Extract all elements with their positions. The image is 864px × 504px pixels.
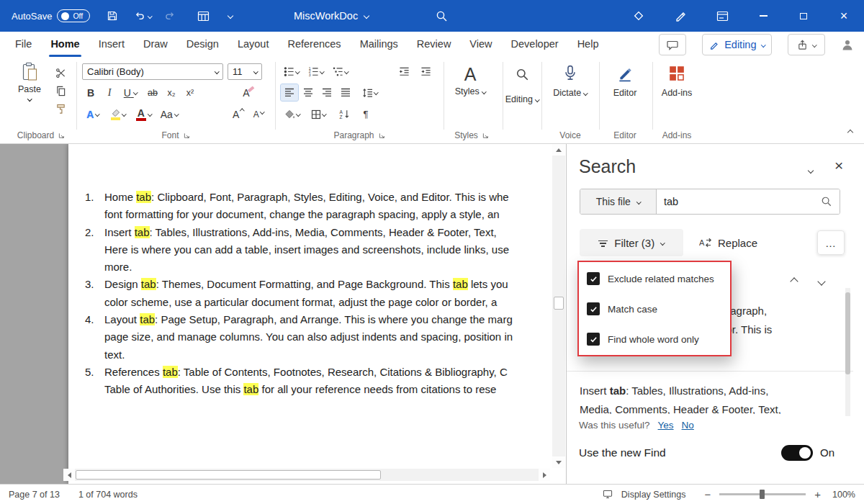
chevron-down-icon[interactable] bbox=[374, 90, 378, 94]
next-result-button[interactable] bbox=[811, 272, 832, 291]
font-size-select[interactable]: 11 bbox=[228, 63, 262, 80]
shrink-font-button[interactable]: A bbox=[249, 106, 268, 122]
text-effects-button[interactable]: A bbox=[82, 106, 104, 122]
paste-button[interactable]: Paste bbox=[12, 62, 48, 101]
search-input[interactable] bbox=[664, 196, 816, 207]
decrease-indent-button[interactable] bbox=[395, 63, 413, 80]
document-title[interactable]: MiscWorkDoc bbox=[294, 0, 369, 32]
borders-button[interactable] bbox=[307, 106, 330, 122]
chevron-down-icon[interactable] bbox=[133, 90, 138, 94]
show-formatting-button[interactable]: ¶ bbox=[357, 106, 374, 122]
filter-option-match-case[interactable]: Match case bbox=[587, 294, 730, 324]
autosave-toggle[interactable]: Off bbox=[57, 9, 90, 22]
superscript-button[interactable]: x² bbox=[181, 84, 199, 101]
format-painter-button[interactable] bbox=[52, 101, 69, 117]
scroll-up-button[interactable] bbox=[552, 144, 565, 156]
zoom-slider[interactable] bbox=[719, 493, 806, 495]
close-button[interactable]: × bbox=[824, 0, 864, 32]
checkbox-checked-icon[interactable] bbox=[587, 302, 600, 315]
feedback-no-link[interactable]: No bbox=[682, 420, 694, 431]
tab-view[interactable]: View bbox=[460, 32, 501, 58]
title-dropdown-icon[interactable] bbox=[364, 13, 369, 19]
dialog-launcher-icon[interactable] bbox=[184, 132, 190, 139]
table-button[interactable] bbox=[192, 5, 214, 27]
dialog-launcher-icon[interactable] bbox=[379, 132, 385, 139]
tab-home[interactable]: Home bbox=[41, 32, 89, 58]
sort-button[interactable]: A Z bbox=[334, 106, 354, 122]
bold-button[interactable]: B bbox=[82, 84, 99, 101]
chevron-down-icon[interactable] bbox=[535, 97, 539, 102]
search-scope-select[interactable]: This file bbox=[580, 189, 657, 214]
dialog-launcher-icon[interactable] bbox=[58, 132, 65, 139]
highlight-button[interactable] bbox=[107, 106, 130, 122]
strikethrough-button[interactable]: ab bbox=[144, 84, 161, 101]
feedback-yes-link[interactable]: Yes bbox=[658, 420, 674, 431]
scroll-right-button[interactable] bbox=[539, 469, 550, 481]
grow-font-button[interactable]: A bbox=[229, 106, 248, 122]
editor-button[interactable]: Editor bbox=[605, 65, 645, 98]
tab-references[interactable]: References bbox=[278, 32, 350, 58]
styles-button[interactable]: A Styles bbox=[448, 65, 492, 96]
chevron-down-icon[interactable] bbox=[122, 112, 126, 116]
zoom-slider-thumb[interactable] bbox=[760, 490, 765, 499]
document-page[interactable]: 1.Home tab: Clipboard, Font, Paragraph, … bbox=[68, 144, 566, 484]
dictate-button[interactable]: Dictate bbox=[550, 65, 590, 98]
customize-qat-button[interactable] bbox=[220, 5, 241, 27]
align-right-button[interactable] bbox=[318, 84, 336, 101]
chevron-down-icon[interactable] bbox=[295, 69, 300, 73]
designer-button[interactable] bbox=[618, 0, 660, 32]
zoom-level[interactable]: 100% bbox=[829, 490, 855, 500]
bullets-button[interactable] bbox=[281, 63, 302, 80]
filter-button[interactable]: Filter (3) bbox=[580, 229, 683, 256]
save-button[interactable] bbox=[102, 5, 123, 27]
increase-indent-button[interactable] bbox=[416, 63, 435, 80]
font-color-button[interactable]: A bbox=[132, 106, 154, 122]
vertical-scroll-thumb[interactable] bbox=[554, 297, 564, 310]
chevron-down-icon[interactable] bbox=[322, 112, 326, 116]
chevron-down-icon[interactable] bbox=[148, 112, 152, 116]
chevron-down-icon[interactable] bbox=[95, 112, 99, 116]
autosave-control[interactable]: AutoSave Off bbox=[12, 9, 90, 22]
line-spacing-button[interactable] bbox=[359, 84, 382, 101]
scroll-left-button[interactable] bbox=[63, 469, 75, 481]
tab-draw[interactable]: Draw bbox=[134, 32, 177, 58]
align-left-button[interactable] bbox=[281, 84, 298, 101]
redo-button[interactable] bbox=[159, 5, 181, 27]
tab-layout[interactable]: Layout bbox=[228, 32, 279, 58]
tab-file[interactable]: File bbox=[6, 32, 41, 58]
undo-button[interactable] bbox=[129, 5, 156, 27]
filter-option-exclude-related-matches[interactable]: Exclude related matches bbox=[587, 264, 730, 294]
numbering-button[interactable]: 1 2 3 bbox=[305, 63, 327, 80]
tab-mailings[interactable]: Mailings bbox=[351, 32, 408, 58]
share-button[interactable] bbox=[788, 34, 825, 55]
search-button[interactable] bbox=[431, 5, 452, 27]
horizontal-scrollbar[interactable] bbox=[63, 469, 550, 481]
chevron-down-icon[interactable] bbox=[482, 89, 486, 94]
minimize-button[interactable] bbox=[743, 0, 783, 32]
new-find-toggle[interactable] bbox=[781, 445, 813, 461]
draw-button[interactable] bbox=[660, 0, 701, 32]
italic-button[interactable]: I bbox=[101, 84, 118, 101]
search-result[interactable]: Insert tab: Tables, Illustrations, Add-i… bbox=[567, 372, 853, 414]
zoom-in-button[interactable]: + bbox=[814, 488, 821, 500]
clear-formatting-button[interactable]: A bbox=[238, 84, 255, 101]
tab-help[interactable]: Help bbox=[568, 32, 608, 58]
filter-option-find-whole-word-only[interactable]: Find whole word only bbox=[587, 324, 730, 354]
scroll-down-button[interactable] bbox=[552, 456, 565, 468]
tab-insert[interactable]: Insert bbox=[89, 32, 134, 58]
horizontal-scroll-thumb[interactable] bbox=[76, 470, 381, 480]
replace-button[interactable]: A Replace bbox=[692, 229, 765, 256]
change-case-button[interactable]: Aa bbox=[157, 106, 181, 122]
chevron-down-icon[interactable] bbox=[583, 91, 588, 95]
checkbox-checked-icon[interactable] bbox=[587, 333, 600, 346]
dialog-launcher-icon[interactable] bbox=[482, 132, 489, 139]
chevron-down-icon[interactable] bbox=[174, 112, 179, 116]
comments-button[interactable] bbox=[659, 34, 686, 55]
zoom-out-button[interactable]: − bbox=[704, 488, 711, 500]
addins-button[interactable]: Add-ins bbox=[657, 65, 697, 98]
checkbox-checked-icon[interactable] bbox=[587, 272, 600, 285]
pane-collapse-button[interactable] bbox=[809, 163, 813, 176]
ribbon-display-options-button[interactable] bbox=[701, 0, 743, 32]
tab-design[interactable]: Design bbox=[177, 32, 228, 58]
previous-result-button[interactable] bbox=[784, 272, 804, 291]
